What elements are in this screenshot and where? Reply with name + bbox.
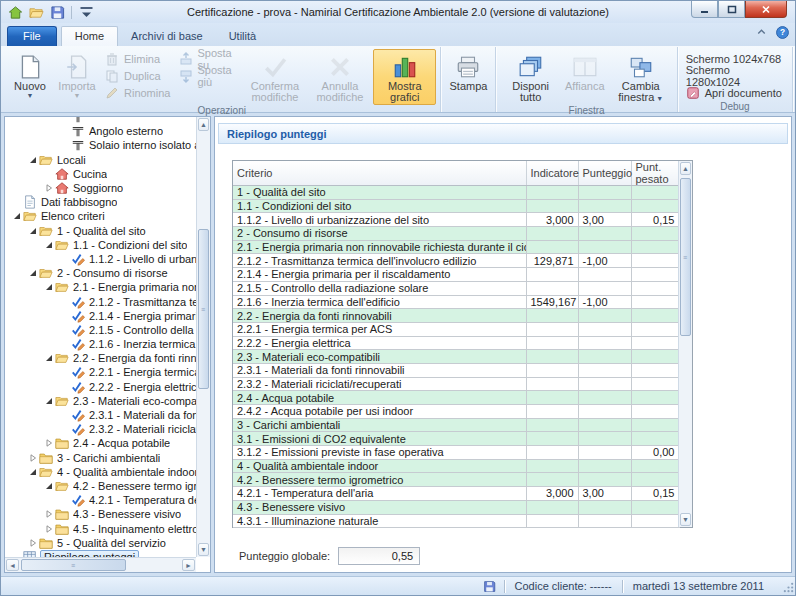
scroll-down-icon[interactable]: ▼	[198, 543, 209, 556]
collapse-icon[interactable]	[27, 227, 38, 235]
table-row-2-1-4-energia-primaria-per-il-risc[interactable]: 2.1.4 - Energia primaria per il riscalda…	[233, 268, 679, 282]
collapse-icon[interactable]	[11, 212, 22, 220]
apri-documento-button[interactable]: Apri documento	[682, 85, 788, 101]
collapse-icon[interactable]	[43, 482, 54, 490]
table-row-2-1-5-controllo-della-radiazione-s[interactable]: 2.1.5 - Controllo della radiazione solar…	[233, 281, 679, 295]
collapse-icon[interactable]	[27, 156, 38, 164]
tree-item-5-qualit-del-servizio[interactable]: 5 - Qualità del servizio	[5, 536, 196, 550]
tree-vscroll-thumb[interactable]: ≡	[198, 229, 209, 389]
collapse-icon[interactable]	[27, 269, 38, 277]
column-header-indicatore[interactable]: Indicatore	[526, 161, 578, 186]
table-row-2-2-energia-da-fonti-rinnovabili[interactable]: 2.2 - Energia da fonti rinnovabili	[233, 309, 679, 323]
tree-item-item[interactable]	[5, 117, 196, 124]
conferma-modifiche-button[interactable]: Conferma modifiche	[243, 49, 307, 105]
tree-hscroll-thumb[interactable]: ≡	[21, 559, 126, 571]
tree-item-soggiorno[interactable]: Soggiorno	[5, 181, 196, 195]
tree-item-4-3-benessere-visivo[interactable]: 4.3 - Benessere visivo	[5, 507, 196, 521]
tree-item-4-qualit-ambientale-indoor[interactable]: 4 - Qualità ambientale indoor	[5, 465, 196, 479]
table-row-3-1-emissioni-di-co2-equivalente[interactable]: 3.1 - Emissioni di CO2 equivalente	[233, 432, 679, 446]
collapse-icon[interactable]	[43, 397, 54, 405]
home-icon[interactable]	[6, 4, 24, 21]
tree-item-locali[interactable]: Locali	[5, 153, 196, 167]
tree-item-2-2-1-energia-termica-per[interactable]: 2.2.1 - Energia termica per	[5, 365, 196, 379]
qat-customize-icon[interactable]	[77, 4, 95, 21]
open-folder-icon[interactable]	[27, 4, 45, 21]
scroll-up-icon[interactable]: ▲	[198, 118, 209, 131]
expand-icon[interactable]	[43, 525, 54, 533]
close-button[interactable]	[745, 1, 787, 18]
tree-item-4-2-1-temperatura-dell-ar[interactable]: 4.2.1 - Temperatura dell'ar	[5, 493, 196, 507]
collapse-icon[interactable]	[43, 283, 54, 291]
table-row-1-1-condizioni-del-sito[interactable]: 1.1 - Condizioni del sito	[233, 199, 679, 213]
table-row-4-3-1-illuminazione-naturale[interactable]: 4.3.1 - Illuminazione naturale	[233, 514, 679, 528]
tree-vertical-scrollbar[interactable]: ▲ ≡ ▼	[196, 117, 210, 557]
tree-item-2-4-acqua-potabile[interactable]: 2.4 - Acqua potabile	[5, 436, 196, 450]
table-row-2-3-1-materiali-da-fonti-rinnovabi[interactable]: 2.3.1 - Materiali da fonti rinnovabili	[233, 363, 679, 377]
tree-item-2-consumo-di-risorse[interactable]: 2 - Consumo di risorse	[5, 266, 196, 280]
table-row-4-2-benessere-termo-igrometrico[interactable]: 4.2 - Benessere termo igrometrico	[233, 473, 679, 487]
tree-item-cucina[interactable]: Cucina	[5, 167, 196, 181]
column-header-criterio[interactable]: Criterio	[233, 161, 526, 186]
column-header-punteggio[interactable]: Punteggio	[578, 161, 631, 186]
table-row-4-qualit-ambientale-indoor[interactable]: 4 - Qualità ambientale indoor	[233, 459, 679, 473]
tree-item-2-3-materiali-eco-compatibili[interactable]: 2.3 - Materiali eco-compatibili	[5, 394, 196, 408]
expand-icon[interactable]	[27, 454, 38, 462]
tree-item-solaio-interno-isolato-all-est[interactable]: Solaio interno isolato all'est	[5, 138, 196, 152]
table-row-2-1-2-trasmittanza-termica-dell-in[interactable]: 2.1.2 - Trasmittanza termica dell'involu…	[233, 254, 679, 268]
ribbon-collapse-icon[interactable]	[755, 25, 768, 43]
table-vscroll-thumb[interactable]: ≡	[680, 178, 691, 336]
affianca-button[interactable]: Affianca	[562, 49, 608, 105]
tree-item-dati-fabbisogno[interactable]: Dati fabbisogno	[5, 195, 196, 209]
tab-archivi-di-base[interactable]: Archivi di base	[118, 27, 216, 46]
tree-item-2-1-6-inerzia-termica-dell[interactable]: 2.1.6 - Inerzia termica dell'	[5, 337, 196, 351]
scroll-right-icon[interactable]: ►	[182, 559, 195, 571]
table-row-1-1-2-livello-di-urbanizzazione-de[interactable]: 1.1.2 - Livello di urbanizzazione del si…	[233, 213, 679, 227]
collapse-icon[interactable]	[27, 468, 38, 476]
expand-icon[interactable]	[43, 184, 54, 192]
table-row-2-1-6-inerzia-termica-dell-edifici[interactable]: 2.1.6 - Inerzia termica dell'edificio154…	[233, 295, 679, 309]
tree-item-1-qualit-del-sito[interactable]: 1 - Qualità del sito	[5, 224, 196, 238]
tree-item-2-2-2-energia-elettrica[interactable]: 2.2.2 - Energia elettrica	[5, 380, 196, 394]
tree-item-2-2-energia-da-fonti-rinnovab[interactable]: 2.2 - Energia da fonti rinnovab	[5, 351, 196, 365]
table-row-3-carichi-ambientali[interactable]: 3 - Carichi ambientali	[233, 418, 679, 432]
global-score-value[interactable]: 0,55	[338, 547, 420, 565]
annulla-modifiche-button[interactable]: Annulla modifiche	[308, 49, 372, 105]
scroll-up-icon[interactable]: ▲	[680, 162, 691, 175]
tree-item-3-carichi-ambientali[interactable]: 3 - Carichi ambientali	[5, 451, 196, 465]
stampa-button[interactable]: Stampa	[445, 49, 491, 99]
table-row-2-3-2-materiali-riciclati-recupera[interactable]: 2.3.2 - Materiali riciclati/recuperati	[233, 377, 679, 391]
tree-item-elenco-criteri[interactable]: Elenco criteri	[5, 209, 196, 223]
table-row-1-qualit-del-sito[interactable]: 1 - Qualità del sito	[233, 186, 679, 200]
mostra-grafici-button[interactable]: Mostra grafici	[373, 49, 437, 105]
expand-icon[interactable]	[43, 439, 54, 447]
tree-item-1-1-2-livello-di-urbanizza[interactable]: 1.1.2 - Livello di urbanizza	[5, 252, 196, 266]
table-row-2-2-1-energia-termica-per-acs[interactable]: 2.2.1 - Energia termica per ACS	[233, 322, 679, 336]
table-row-3-1-2-emissioni-previste-in-fase-o[interactable]: 3.1.2 - Emissioni previste in fase opera…	[233, 446, 679, 460]
scroll-down-icon[interactable]: ▼	[680, 513, 691, 526]
cambia-finestra-button[interactable]: Cambia finestra ▼	[609, 49, 673, 105]
table-row-2-4-acqua-potabile[interactable]: 2.4 - Acqua potabile	[233, 391, 679, 405]
elimina-button[interactable]: Elimina	[101, 51, 174, 67]
expand-icon[interactable]	[27, 539, 38, 547]
tree-item-2-1-2-trasmittanza-termi[interactable]: 2.1.2 - Trasmittanza termi	[5, 294, 196, 308]
duplica-button[interactable]: Duplica	[101, 68, 174, 84]
table-row-2-1-energia-primaria-non-rinnovabi[interactable]: 2.1 - Energia primaria non rinnovabile r…	[233, 240, 679, 254]
tree-item-4-5-inquinamento-elettromag[interactable]: 4.5 - Inquinamento elettromag	[5, 521, 196, 535]
help-button[interactable]: ?	[776, 25, 789, 43]
tree-item-2-1-5-controllo-della-radia[interactable]: 2.1.5 - Controllo della radia	[5, 323, 196, 337]
tree-item-4-2-benessere-termo-igromet[interactable]: 4.2 - Benessere termo igromet	[5, 479, 196, 493]
table-row-2-3-materiali-eco-compatibili[interactable]: 2.3 - Materiali eco-compatibili	[233, 350, 679, 364]
tree-horizontal-scrollbar[interactable]: ◄ ≡ ►	[5, 557, 196, 572]
table-row-2-2-2-energia-elettrica[interactable]: 2.2.2 - Energia elettrica	[233, 336, 679, 350]
table-vertical-scrollbar[interactable]: ▲ ≡ ▼	[678, 161, 692, 527]
importa-button[interactable]: Importa▼	[54, 49, 100, 105]
schermo-1280x1024-button[interactable]: Schermo 1280x1024	[682, 68, 788, 84]
table-row-2-4-2-acqua-potabile-per-usi-indoo[interactable]: 2.4.2 - Acqua potabile per usi indoor	[233, 405, 679, 419]
tree-item-2-3-1-materiali-da-fonti-ri[interactable]: 2.3.1 - Materiali da fonti ri	[5, 408, 196, 422]
column-header-punt-pesato[interactable]: Punt. pesato	[631, 161, 679, 186]
nuovo-button[interactable]: Nuovo▼	[7, 49, 53, 105]
rinomina-button[interactable]: Rinomina	[101, 85, 174, 101]
tree-item-1-1-condizioni-del-sito[interactable]: 1.1 - Condizioni del sito	[5, 238, 196, 252]
tree-item-2-1-energia-primaria-non-rinn[interactable]: 2.1 - Energia primaria non rinn	[5, 280, 196, 294]
window-titlebar[interactable]: Certificazione - prova - Namirial Certif…	[1, 1, 795, 23]
